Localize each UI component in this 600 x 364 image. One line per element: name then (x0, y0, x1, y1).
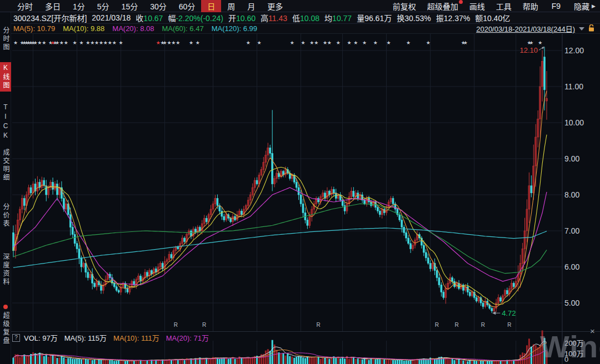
menu-画线[interactable]: 画线 (464, 0, 491, 12)
announcement-star-icon[interactable]: ★ (108, 40, 112, 46)
announcement-star-icon[interactable]: ★ (373, 40, 378, 46)
tab-更多[interactable]: 更多 (261, 0, 289, 12)
tab-日[interactable]: 日 (201, 0, 221, 12)
close-volume-pane-icon[interactable]: × (590, 326, 595, 336)
announcement-star-icon[interactable]: ★ (246, 40, 251, 46)
announcement-star-icon[interactable]: ★ (13, 40, 18, 46)
announcement-star-icon[interactable]: ★ (529, 40, 533, 46)
ex-rights-marker[interactable]: R (174, 322, 178, 328)
vol-label: MA(20): 71万 (166, 332, 209, 343)
announcement-star-icon[interactable]: ★ (196, 40, 200, 46)
menu-工具[interactable]: 工具 (491, 0, 517, 12)
announcement-star-icon[interactable]: ★ (426, 40, 431, 46)
announcement-star-icon[interactable]: ★ (353, 40, 358, 46)
announcement-star-icon[interactable]: ★ (327, 40, 332, 46)
announcement-star-icon[interactable]: ★ (99, 40, 103, 46)
announcement-star-icon[interactable]: ★ (94, 40, 99, 46)
announcement-star-icon[interactable]: ★ (90, 40, 94, 46)
ex-rights-marker[interactable]: R (435, 322, 439, 328)
alert-star-icon[interactable]: ★ (51, 40, 55, 46)
announcement-star-icon[interactable]: ★ (42, 40, 46, 46)
quote-field: 300234.SZ[开尔新材] (13, 12, 87, 23)
announcement-star-icon[interactable]: ★ (323, 40, 327, 46)
quote-field-振: 振12.37% (436, 12, 470, 23)
announcement-star-icon[interactable]: ★ (86, 40, 90, 46)
announcement-star-icon[interactable]: ★ (73, 40, 77, 46)
quote-field-量: 量96.61万 (357, 12, 392, 23)
sidebar-item-K线图[interactable]: K线图 (0, 62, 11, 92)
ex-rights-marker[interactable]: R (507, 322, 511, 328)
quote-field-开: 开10.60 (228, 12, 256, 23)
menu-F9[interactable]: F9 (544, 1, 568, 11)
sidebar-item-深度资料[interactable]: 深度资料 (0, 253, 11, 286)
price-axis-label: 10.00 (564, 118, 584, 127)
announcement-star-icon[interactable]: ★ (538, 40, 542, 46)
quote-field: 2021/03/18 (92, 13, 131, 22)
ex-rights-marker[interactable]: R (202, 322, 206, 328)
announcement-star-icon[interactable]: ★ (64, 40, 68, 46)
announcement-star-icon[interactable]: ★ (309, 40, 314, 46)
tab-分时[interactable]: 分时 (11, 0, 39, 12)
ex-rights-marker[interactable]: R (481, 322, 485, 328)
announcement-star-icon[interactable]: ★ (176, 40, 180, 46)
chart-labels: 12.0011.0010.009.008.007.006.005.00★★★★★… (13, 40, 584, 363)
menu-隐藏[interactable]: 隐藏 (568, 0, 595, 12)
tab-60分[interactable]: 60分 (173, 0, 202, 12)
announcement-star-icon[interactable]: ★ (119, 40, 123, 46)
announcement-star-icon[interactable]: ★ (301, 40, 305, 46)
announcement-star-icon[interactable]: ★ (55, 40, 59, 46)
announcement-star-icon[interactable]: ★ (103, 40, 108, 46)
sidebar-item-TICK[interactable]: TICK (0, 103, 11, 141)
announcement-star-icon[interactable]: ★ (347, 40, 351, 46)
announcement-star-icon[interactable]: ★ (167, 40, 171, 46)
sidebar-item-成交明细[interactable]: 成交明细 (0, 149, 11, 182)
ex-rights-marker[interactable]: R (454, 322, 458, 328)
notification-dot (459, 0, 463, 4)
announcement-star-icon[interactable]: ★ (171, 40, 176, 46)
chevron-down-icon[interactable] (579, 27, 584, 31)
tab-周[interactable]: 周 (221, 0, 241, 12)
announcement-star-icon[interactable]: ★ (463, 40, 468, 46)
sidebar-item-超级复盘[interactable]: 超级复盘 (0, 312, 11, 345)
tab-30分[interactable]: 30分 (144, 0, 173, 12)
announcement-star-icon[interactable]: ★ (79, 40, 83, 46)
announcement-star-icon[interactable]: ★ (257, 40, 261, 46)
announcement-star-icon[interactable]: ★ (37, 40, 42, 46)
quote-field-高: 高11.43 (261, 12, 287, 23)
tab-1分[interactable]: 1分 (67, 0, 91, 12)
announcement-star-icon[interactable]: ★ (314, 40, 318, 46)
sidebar-item-分价表[interactable]: 分价表 (0, 203, 11, 228)
ma-label: MA(10): 9.88 (63, 24, 104, 33)
tab-5分[interactable]: 5分 (91, 0, 116, 12)
ex-rights-marker[interactable]: R (317, 322, 321, 328)
announcement-star-icon[interactable]: ★ (33, 40, 37, 46)
announcement-star-icon[interactable]: ★ (290, 40, 294, 46)
date-range-label[interactable]: 2020/03/18-2021/03/18(244日) (476, 23, 575, 34)
announcement-star-icon[interactable]: ★ (189, 40, 193, 46)
tab-多日[interactable]: 多日 (39, 0, 67, 12)
announcement-star-icon[interactable]: ★ (362, 40, 367, 46)
announcement-star-icon[interactable]: ★ (336, 40, 341, 46)
help-icon[interactable]: ? (12, 334, 20, 342)
menu-前复权[interactable]: 前复权 (387, 0, 422, 12)
stock-terminal-window: 12.0011.0010.009.008.007.006.005.00★★★★★… (0, 0, 600, 364)
menu-帮助[interactable]: 帮助 (517, 0, 544, 12)
tab-15分[interactable]: 15分 (116, 0, 144, 12)
announcement-star-icon[interactable]: ★ (112, 40, 117, 46)
price-axis-label: 11.00 (564, 82, 583, 91)
lock-icon[interactable] (588, 24, 594, 33)
menu-超级叠加[interactable]: 超级叠加 (422, 0, 464, 12)
volume-header: ? VOL: 97万MA(5): 115万MA(10): 111万MA(20):… (12, 332, 216, 343)
announcement-star-icon[interactable]: ★ (59, 40, 64, 46)
announcement-star-icon[interactable]: ★ (406, 40, 411, 46)
kline-chart-canvas[interactable]: 12.0011.0010.009.008.007.006.005.00★★★★★… (0, 0, 600, 364)
price-axis-label: 6.00 (564, 262, 579, 271)
sidebar-item-分时图[interactable]: 分时图 (0, 27, 11, 52)
alert-star-icon[interactable]: ★ (156, 40, 161, 46)
announcement-star-icon[interactable]: ★ (163, 40, 167, 46)
period-tabs: 分时多日1分5分15分30分60分日周月更多 (0, 0, 289, 12)
date-range-control[interactable]: 2020/03/18-2021/03/18(244日) (476, 23, 600, 34)
tab-月[interactable]: 月 (241, 0, 261, 12)
quote-field-收: 收10.67 (136, 12, 163, 23)
announcement-star-icon[interactable]: ★ (387, 40, 391, 46)
